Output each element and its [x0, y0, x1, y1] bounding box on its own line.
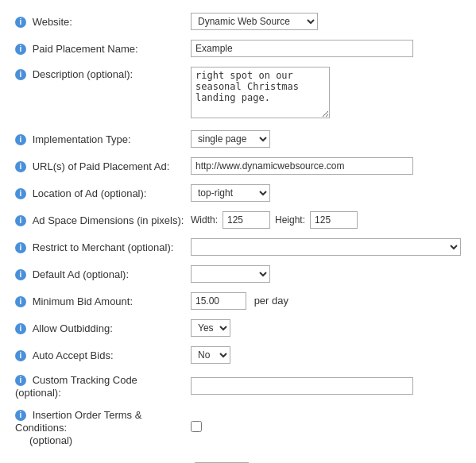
- paid-placement-input[interactable]: [191, 40, 413, 57]
- description-label-cell: i Description (optional):: [12, 62, 188, 125]
- location-label: Location of Ad (optional):: [33, 187, 147, 199]
- implementation-info-icon: i: [15, 134, 26, 145]
- auto-accept-info-icon: i: [15, 350, 26, 361]
- insertion-order-label: Insertion Order Terms & Conditions:: [15, 409, 141, 434]
- insertion-order-sublabel: (optional): [29, 434, 72, 446]
- url-input[interactable]: [191, 157, 413, 175]
- allow-outbidding-label: Allow Outbidding:: [33, 322, 113, 334]
- dimensions-label: Ad Space Dimensions (in pixels):: [33, 214, 184, 226]
- allow-outbidding-info-icon: i: [15, 323, 26, 334]
- default-ad-field-cell: [188, 260, 464, 287]
- allow-outbidding-label-cell: i Allow Outbidding:: [12, 314, 188, 341]
- height-input[interactable]: [310, 211, 358, 229]
- custom-tracking-input[interactable]: [191, 377, 413, 395]
- auto-accept-field-cell: No Yes: [188, 341, 464, 368]
- url-info-icon: i: [15, 161, 26, 172]
- website-label: Website:: [33, 16, 72, 28]
- implementation-select[interactable]: single page: [191, 130, 270, 148]
- default-ad-label-cell: i Default Ad (optional):: [12, 260, 188, 287]
- implementation-label-cell: i Implementation Type:: [12, 125, 188, 152]
- auto-accept-label: Auto Accept Bids:: [33, 349, 114, 361]
- location-field-cell: top-right top-left bottom-right bottom-l…: [188, 179, 464, 206]
- website-info-icon: i: [15, 17, 26, 28]
- url-label: URL(s) of Paid Placement Ad:: [33, 160, 170, 172]
- allow-outbidding-field-cell: Yes No: [188, 314, 464, 341]
- description-textarea[interactable]: right spot on our seasonal Christmas lan…: [191, 67, 330, 118]
- website-label-cell: i Website:: [12, 8, 188, 35]
- description-field-cell: right spot on our seasonal Christmas lan…: [188, 62, 464, 125]
- minimum-bid-field-cell: per day: [188, 287, 464, 314]
- restrict-merchant-select[interactable]: [191, 238, 461, 256]
- default-ad-select[interactable]: [191, 265, 270, 283]
- restrict-merchant-info-icon: i: [15, 242, 26, 253]
- restrict-merchant-field-cell: [188, 233, 464, 260]
- minimum-bid-label-cell: i Minimum Bid Amount:: [12, 287, 188, 314]
- dimensions-info-icon: i: [15, 215, 26, 226]
- custom-tracking-label: Custom Tracking Code (optional):: [15, 374, 137, 399]
- paid-placement-label-cell: i Paid Placement Name:: [12, 35, 188, 62]
- implementation-label: Implementation Type:: [33, 133, 131, 145]
- auto-accept-select[interactable]: No Yes: [191, 346, 230, 364]
- minimum-bid-label: Minimum Bid Amount:: [33, 295, 133, 307]
- dimensions-wrap: Width: Height:: [191, 211, 461, 229]
- insertion-order-label-cell: i Insertion Order Terms & Conditions: (o…: [12, 403, 188, 451]
- per-day-text: per day: [254, 295, 288, 307]
- description-label: Description (optional):: [33, 68, 133, 80]
- custom-tracking-field-cell: [188, 368, 464, 403]
- location-label-cell: i Location of Ad (optional):: [12, 179, 188, 206]
- paid-placement-info-icon: i: [15, 44, 26, 55]
- width-input[interactable]: [223, 211, 270, 229]
- allow-outbidding-select[interactable]: Yes No: [191, 319, 230, 337]
- minimum-bid-info-icon: i: [15, 296, 26, 307]
- auto-accept-label-cell: i Auto Accept Bids:: [12, 341, 188, 368]
- minimum-bid-input[interactable]: [191, 292, 246, 310]
- dimensions-field-cell: Width: Height:: [188, 206, 464, 233]
- height-label: Height:: [275, 214, 305, 226]
- restrict-merchant-label: Restrict to Merchant (optional):: [33, 241, 174, 253]
- url-field-cell: [188, 152, 464, 179]
- custom-tracking-info-icon: i: [15, 375, 26, 386]
- url-label-cell: i URL(s) of Paid Placement Ad:: [12, 152, 188, 179]
- insertion-order-checkbox[interactable]: [191, 421, 202, 432]
- insertion-order-info-icon: i: [15, 410, 26, 421]
- dimensions-label-cell: i Ad Space Dimensions (in pixels):: [12, 206, 188, 233]
- location-select[interactable]: top-right top-left bottom-right bottom-l…: [191, 184, 270, 202]
- default-ad-label: Default Ad (optional):: [33, 268, 129, 280]
- website-select[interactable]: Dynamic Web Source: [191, 13, 318, 30]
- location-info-icon: i: [15, 188, 26, 199]
- paid-placement-field-cell: [188, 35, 464, 62]
- insertion-order-field-cell: [188, 403, 464, 451]
- paid-placement-label: Paid Placement Name:: [33, 43, 138, 55]
- custom-tracking-label-cell: i Custom Tracking Code (optional):: [12, 368, 188, 403]
- restrict-merchant-label-cell: i Restrict to Merchant (optional):: [12, 233, 188, 260]
- implementation-field-cell: single page: [188, 125, 464, 152]
- website-field-cell: Dynamic Web Source: [188, 8, 464, 35]
- width-label: Width:: [191, 214, 218, 226]
- save-button-cell: Save: [12, 451, 464, 463]
- description-info-icon: i: [15, 69, 26, 80]
- default-ad-info-icon: i: [15, 269, 26, 280]
